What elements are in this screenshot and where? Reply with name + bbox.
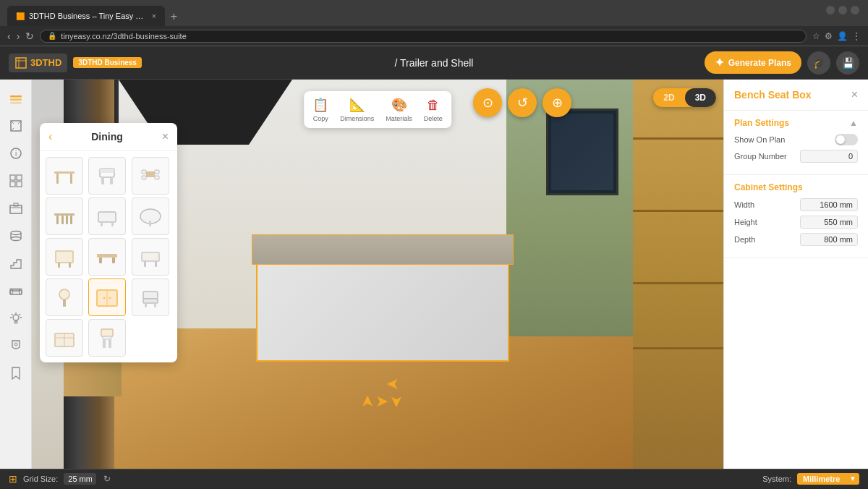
- materials-tool-button[interactable]: 🎨 Materials: [386, 97, 412, 122]
- svg-rect-47: [155, 176, 159, 179]
- furniture-item-table2[interactable]: [46, 197, 83, 235]
- system-select-wrapper: Millimetre Inch Centimetre ▼: [797, 473, 859, 485]
- svg-rect-53: [98, 212, 116, 222]
- panel-close-button[interactable]: ×: [162, 130, 169, 143]
- browser-tab-active[interactable]: 🟧 3DTHD Business – Tiny Easy – 1 ×: [7, 6, 165, 26]
- furniture-item-table6[interactable]: [132, 238, 169, 276]
- tab-close-icon[interactable]: ×: [152, 12, 156, 20]
- svg-rect-61: [97, 254, 117, 258]
- furniture-item-stool1[interactable]: [46, 278, 83, 316]
- dimensions-tool-button[interactable]: 📐 Dimensions: [340, 97, 374, 122]
- svg-rect-64: [142, 252, 159, 261]
- view-2d-button[interactable]: 2D: [653, 88, 684, 107]
- svg-rect-50: [70, 216, 72, 224]
- svg-rect-76: [145, 303, 147, 307]
- copy-tool-button[interactable]: 📋 Copy: [312, 97, 328, 122]
- sidebar-item-paint[interactable]: [3, 333, 29, 359]
- cabinet-settings-title: Cabinet Settings: [734, 182, 803, 192]
- zoom-view-button[interactable]: ⊕: [542, 88, 571, 117]
- tab-favicon: 🟧: [16, 12, 25, 20]
- move-up-arrow: ➤: [386, 375, 399, 394]
- svg-rect-57: [149, 221, 151, 226]
- svg-rect-58: [56, 251, 73, 263]
- show-on-plan-toggle[interactable]: [835, 134, 858, 145]
- furniture-item-cabinet1[interactable]: [88, 278, 126, 316]
- furniture-panel: ‹ Dining ×: [40, 123, 177, 362]
- extensions-icon[interactable]: ⚙: [825, 31, 833, 41]
- logo-cube-icon: [14, 56, 27, 69]
- sidebar-item-info[interactable]: i: [3, 140, 29, 166]
- delete-tool-button[interactable]: 🗑 Delete: [424, 98, 443, 122]
- furniture-item-bench1[interactable]: [88, 238, 126, 276]
- furniture-item-table4[interactable]: [132, 197, 169, 235]
- svg-rect-63: [112, 258, 115, 263]
- furniture-item-chair2[interactable]: [132, 278, 169, 316]
- sidebar-item-stairs[interactable]: [3, 250, 29, 276]
- sidebar-item-layers[interactable]: [3, 85, 29, 111]
- maximize-button[interactable]: [838, 6, 847, 14]
- minimize-button[interactable]: [826, 6, 835, 14]
- svg-line-32: [12, 314, 13, 315]
- furniture-item-box1[interactable]: [46, 319, 83, 357]
- url-lock-icon: 🔒: [48, 32, 56, 40]
- generate-plans-button[interactable]: ✦ Generate Plans: [705, 51, 801, 74]
- furniture-item-table3[interactable]: [88, 197, 126, 235]
- sidebar-item-bookmark[interactable]: [3, 360, 29, 386]
- svg-rect-84: [109, 339, 111, 348]
- sidebar-item-grid[interactable]: [3, 168, 29, 194]
- svg-rect-77: [154, 303, 156, 307]
- rotate-view-button[interactable]: ↺: [508, 88, 537, 117]
- furniture-item-table5[interactable]: [46, 238, 83, 276]
- bench-seat-box[interactable]: [256, 260, 509, 362]
- furniture-item-chair1[interactable]: [88, 157, 126, 195]
- panel-back-button[interactable]: ‹: [48, 130, 52, 143]
- sidebar-item-sofa[interactable]: [3, 278, 29, 304]
- furniture-item-table1[interactable]: [46, 157, 83, 195]
- group-number-input[interactable]: [800, 150, 858, 163]
- svg-rect-45: [155, 170, 159, 174]
- properties-panel: Bench Seat Box × Plan Settings ▲ Show On…: [723, 80, 868, 469]
- svg-rect-37: [56, 174, 59, 184]
- view-3d-button[interactable]: 3D: [685, 88, 716, 107]
- save-button[interactable]: 💾: [836, 51, 859, 75]
- rotate-icon: ↺: [517, 95, 528, 111]
- svg-rect-59: [58, 263, 60, 268]
- svg-point-35: [14, 343, 17, 346]
- delete-icon: 🗑: [427, 98, 440, 113]
- refresh-nav-button[interactable]: ↻: [25, 30, 34, 42]
- system-select[interactable]: Millimetre Inch Centimetre: [797, 473, 859, 485]
- orbit-view-button[interactable]: ⊙: [473, 88, 502, 117]
- height-input[interactable]: [800, 216, 858, 229]
- url-bar[interactable]: 🔒 tinyeasy.co.nz/3dthd-business-suite: [40, 30, 807, 43]
- profile-icon[interactable]: 👤: [837, 31, 848, 41]
- sidebar-item-box[interactable]: [3, 195, 29, 221]
- sidebar-item-stack[interactable]: [3, 223, 29, 249]
- logo-3dthd[interactable]: 3DTHD: [9, 54, 67, 72]
- left-sidebar: i: [0, 80, 32, 469]
- help-button[interactable]: 🎓: [807, 51, 830, 75]
- svg-point-22: [11, 237, 21, 241]
- depth-input[interactable]: [800, 233, 858, 246]
- properties-panel-close[interactable]: ×: [851, 88, 858, 101]
- back-nav-button[interactable]: ‹: [7, 30, 11, 42]
- business-badge: 3DTHD Business: [73, 57, 142, 68]
- furniture-item-diningset1[interactable]: [132, 157, 169, 195]
- sidebar-item-cube[interactable]: [3, 113, 29, 139]
- sidebar-item-light[interactable]: [3, 305, 29, 331]
- materials-icon: 🎨: [391, 97, 407, 113]
- forward-nav-button[interactable]: ›: [17, 30, 20, 42]
- grid-refresh-button[interactable]: ↻: [103, 474, 111, 484]
- close-button[interactable]: [851, 6, 859, 14]
- new-tab-button[interactable]: +: [166, 10, 182, 23]
- menu-dots-icon[interactable]: ⋮: [852, 31, 861, 41]
- svg-rect-81: [101, 329, 113, 336]
- move-right-arrow: ➤: [387, 395, 406, 408]
- furniture-item-highchair[interactable]: [88, 319, 126, 357]
- svg-rect-75: [143, 299, 158, 303]
- svg-rect-54: [101, 222, 103, 226]
- grid-size-input[interactable]: [64, 473, 96, 485]
- bookmark-star-icon[interactable]: ☆: [812, 31, 820, 41]
- width-input[interactable]: [800, 198, 858, 211]
- svg-point-67: [59, 289, 69, 299]
- plan-settings-chevron[interactable]: ▲: [849, 118, 858, 128]
